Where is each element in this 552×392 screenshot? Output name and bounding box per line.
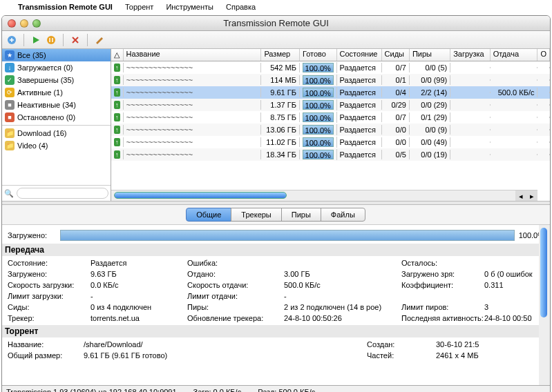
table-row[interactable]: ↑~~~~~~~~~~~~~~~9.61 ГБ100.0%Раздается0/… <box>111 86 550 99</box>
sidebar-filter-item[interactable]: ■Неактивные (34) <box>2 99 111 111</box>
lbl-dlspeed: Скорость загрузки: <box>8 281 91 289</box>
cell-state: Раздается <box>337 88 382 97</box>
col-download[interactable]: Загрузка <box>450 49 490 61</box>
col-size[interactable]: Размер <box>261 49 300 61</box>
col-state[interactable]: Состояние <box>337 49 382 61</box>
sidebar-filter-item[interactable]: ✓Завершены (35) <box>2 74 111 86</box>
table-row[interactable]: ↑~~~~~~~~~~~~~~~13.06 ГБ100.0%Раздается0… <box>111 124 550 136</box>
cell-peers: 2/2 (14) <box>410 88 450 97</box>
grid-header[interactable]: △ Название Размер Готово Состояние Сиды … <box>111 49 550 61</box>
filter-icon: ■ <box>5 100 15 110</box>
folder-icon: 📁 <box>5 141 15 150</box>
search-input[interactable] <box>17 188 108 199</box>
val-state: Раздается <box>91 259 187 267</box>
col-peers[interactable]: Пиры <box>410 49 450 61</box>
cell-state: Раздается <box>337 63 382 72</box>
tab-trackers[interactable]: Трекеры <box>231 208 281 222</box>
val-downloaded: 9.63 ГБ <box>91 270 187 278</box>
scrollbar-thumb[interactable] <box>114 192 287 199</box>
scroll-left-icon[interactable]: ◂ <box>515 190 526 201</box>
cell-name: ~~~~~~~~~~~~~~~ <box>124 112 262 122</box>
details-pane: Загружено: 100.0% Передача Состояние:Раз… <box>2 225 550 385</box>
lbl-downloaded: Загружено: <box>8 270 91 278</box>
start-icon[interactable] <box>30 35 41 46</box>
cell-state: Раздается <box>337 75 382 85</box>
sidebar-filter-item[interactable]: ★Все (35) <box>2 49 111 61</box>
val-peers: 2 из 2 подключен (14 в рое) <box>284 303 401 311</box>
app-menu[interactable]: Transmission Remote GUI <box>18 3 113 11</box>
cell-peers: 0/0 (29) <box>410 100 450 110</box>
lbl-remain: Осталось: <box>401 259 484 267</box>
detail-tabs: Общие Трекеры Пиры Файлы <box>2 205 550 225</box>
sidebar-filter-item[interactable]: ■Остановлено (0) <box>2 111 111 124</box>
settings-icon[interactable] <box>94 35 105 46</box>
col-other[interactable]: О <box>537 49 550 61</box>
cell-other <box>537 154 550 155</box>
table-row[interactable]: ↑~~~~~~~~~~~~~~~11.02 ГБ100.0%Раздается0… <box>111 136 550 148</box>
col-done[interactable]: Готово <box>300 49 337 61</box>
cell-state: Раздается <box>337 125 382 135</box>
cell-done: 100.0% <box>300 137 337 148</box>
cell-size: 9.61 ГБ <box>261 88 300 97</box>
sidebar-filter-item[interactable]: ⟳Активные (1) <box>2 86 111 99</box>
col-icon[interactable]: △ <box>111 49 124 61</box>
horizontal-scrollbar[interactable]: ◂ ▸ <box>111 190 537 201</box>
sidebar-filter-item[interactable]: ↓Загружается (0) <box>2 61 111 74</box>
cell-peers: 0/0 (5) <box>410 63 450 72</box>
table-row[interactable]: ↑~~~~~~~~~~~~~~~542 МБ100.0%Раздается0/7… <box>111 61 550 74</box>
cell-seeds: 0/0 <box>382 125 410 135</box>
col-name[interactable]: Название <box>124 49 262 61</box>
sidebar-item-label: Остановлено (0) <box>17 113 75 121</box>
cell-name: ~~~~~~~~~~~~~~~ <box>124 150 262 159</box>
lbl-ullim: Лимит отдачи: <box>187 292 284 300</box>
cell-ul <box>491 129 538 130</box>
vertical-scrollbar[interactable] <box>539 225 550 385</box>
cell-dl <box>450 67 490 68</box>
cell-dl <box>450 117 490 118</box>
table-row[interactable]: ↑~~~~~~~~~~~~~~~114 МБ100.0%Раздается0/1… <box>111 74 550 86</box>
cell-done: 100.0% <box>300 75 337 86</box>
separator <box>87 34 88 46</box>
lbl-waste: Загружено зря: <box>401 270 484 278</box>
lbl-ratio: Коэффициент: <box>401 281 484 289</box>
tab-peers[interactable]: Пиры <box>281 208 321 222</box>
cell-done: 100.0% <box>300 149 337 160</box>
val-trackerupd: 24-8-10 00:50:26 <box>284 314 401 322</box>
seed-icon: ↑ <box>114 113 120 121</box>
connect-icon[interactable] <box>6 35 17 46</box>
scrollbar-thumb[interactable] <box>540 228 547 317</box>
cell-done: 100.0% <box>300 99 337 110</box>
val-seeds: 0 из 4 подключен <box>91 303 187 311</box>
sidebar-item-label: Завершены (35) <box>17 76 74 84</box>
col-seeds[interactable]: Сиды <box>382 49 410 61</box>
tab-files[interactable]: Файлы <box>321 208 365 222</box>
table-row[interactable]: ↑~~~~~~~~~~~~~~~8.75 ГБ100.0%Раздается0/… <box>111 111 550 124</box>
system-menubar: Transmission Remote GUI Торрент Инструме… <box>0 0 552 14</box>
col-upload[interactable]: Отдача <box>491 49 538 61</box>
cell-size: 18.34 ГБ <box>261 150 300 159</box>
scroll-right-icon[interactable]: ▸ <box>526 190 537 201</box>
val-ullim: - <box>284 292 401 300</box>
menu-tools[interactable]: Инструменты <box>166 3 213 11</box>
filter-icon: ✓ <box>5 75 15 85</box>
table-row[interactable]: ↑~~~~~~~~~~~~~~~1.37 ГБ100.0%Раздается0/… <box>111 99 550 111</box>
cell-done: 100.0% <box>300 112 337 123</box>
val-dlspeed: 0.0 КБ/с <box>91 281 187 289</box>
downloaded-label: Загружено: <box>8 231 56 239</box>
menu-help[interactable]: Справка <box>226 3 256 11</box>
sidebar-folder-item[interactable]: 📁Download (16) <box>2 127 111 139</box>
table-row[interactable]: ↑~~~~~~~~~~~~~~~18.34 ГБ100.0%Раздается0… <box>111 148 550 161</box>
remove-icon[interactable] <box>70 35 81 46</box>
separator <box>2 125 111 126</box>
cell-ul <box>491 154 538 155</box>
pause-icon[interactable] <box>46 35 57 46</box>
lbl-lastact: Последняя активность: <box>401 314 484 322</box>
menu-torrent[interactable]: Торрент <box>125 3 153 11</box>
tab-general[interactable]: Общие <box>186 208 231 222</box>
sidebar: ★Все (35)↓Загружается (0)✓Завершены (35)… <box>2 49 111 201</box>
cell-state: Раздается <box>337 112 382 122</box>
titlebar: Transmission Remote GUI <box>2 16 550 31</box>
seed-icon: ↑ <box>114 150 120 159</box>
cell-size: 13.06 ГБ <box>261 125 300 135</box>
sidebar-folder-item[interactable]: 📁Video (4) <box>2 139 111 152</box>
